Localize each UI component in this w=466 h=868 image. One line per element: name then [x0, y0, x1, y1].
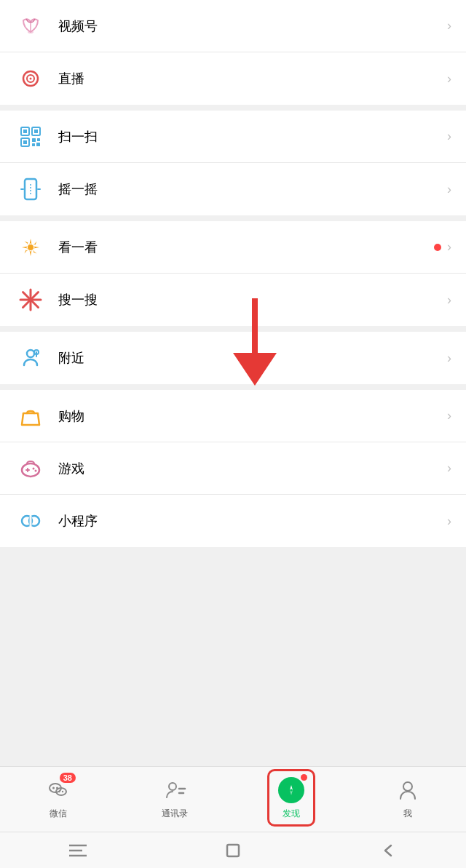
me-nav-label: 我 [403, 808, 412, 820]
discover-icon [283, 782, 299, 798]
me-icon [396, 779, 419, 802]
menu-group-2: 扫一扫 › 摇一摇 › [0, 111, 466, 215]
chevron-icon-live: › [447, 71, 451, 87]
chevron-icon-games: › [447, 461, 451, 476]
discover-nav-icon-wrap [277, 776, 306, 805]
svg-rect-9 [23, 140, 27, 144]
svg-point-37 [52, 787, 55, 789]
chevron-icon-shake: › [447, 182, 451, 197]
menu-item-scan[interactable]: 扫一扫 › [0, 111, 466, 163]
menu-label-search: 搜一搜 [58, 291, 441, 308]
svg-point-41 [62, 791, 63, 792]
svg-point-42 [169, 783, 176, 790]
chevron-icon-shop: › [447, 408, 451, 423]
menu-item-live[interactable]: 直播 › [0, 52, 466, 105]
shake-icon [15, 173, 47, 205]
menu-group-5: 购物 › 游戏 › [0, 390, 466, 547]
chevron-icon-look: › [447, 239, 451, 255]
svg-point-3 [30, 78, 32, 80]
menu-list: 视频号 › 直播 › [0, 0, 466, 766]
svg-point-40 [58, 791, 60, 792]
menu-label-scan: 扫一扫 [58, 128, 441, 146]
svg-rect-7 [34, 130, 38, 133]
discover-notification-dot [301, 774, 307, 781]
games-icon [15, 453, 47, 485]
look-icon [15, 231, 47, 263]
nav-item-me[interactable]: 我 [350, 767, 466, 829]
menu-item-nearby[interactable]: 附近 › [0, 332, 466, 384]
wechat-nav-icon-wrap: 38 [44, 776, 73, 805]
contacts-nav-label: 通讯录 [162, 808, 188, 820]
discover-nav-label: 发现 [283, 808, 300, 820]
live-icon [15, 63, 47, 95]
look-notification-dot [434, 244, 441, 251]
menu-label-video: 视频号 [58, 17, 441, 35]
contacts-nav-icon-wrap [160, 776, 189, 805]
svg-rect-14 [25, 179, 36, 199]
menu-label-miniprogram: 小程序 [58, 512, 441, 530]
menu-item-video[interactable]: 视频号 › [0, 0, 466, 52]
bottom-nav: 38 微信 通讯录 [0, 766, 466, 832]
menu-item-look[interactable]: 看一看 › [0, 221, 466, 274]
search-icon [15, 284, 47, 316]
menu-label-nearby: 附近 [58, 349, 441, 367]
chevron-icon-miniprogram: › [447, 514, 451, 529]
menu-item-miniprogram[interactable]: 小程序 › [0, 495, 466, 547]
menu-label-shop: 购物 [58, 407, 441, 425]
svg-rect-13 [36, 143, 40, 146]
menu-item-search[interactable]: 搜一搜 › [0, 274, 466, 326]
nav-item-wechat[interactable]: 38 微信 [0, 767, 116, 829]
discover-icon-circle [278, 777, 304, 803]
wechat-nav-label: 微信 [50, 808, 67, 820]
me-nav-icon-wrap [393, 776, 422, 805]
svg-point-26 [22, 463, 39, 477]
discover-highlight-box: 发现 [267, 769, 315, 827]
menu-group-4: 附近 › [0, 332, 466, 384]
svg-point-0 [28, 31, 33, 33]
nav-item-contacts[interactable]: 通讯录 [116, 767, 233, 829]
svg-point-30 [35, 469, 37, 471]
android-back-button[interactable] [374, 840, 403, 861]
menu-label-games: 游戏 [58, 460, 441, 477]
svg-point-18 [28, 244, 33, 250]
svg-rect-5 [23, 130, 27, 133]
menu-label-live: 直播 [58, 70, 441, 87]
android-menu-button[interactable] [63, 840, 92, 861]
nav-item-discover[interactable]: 发现 [233, 767, 350, 829]
chevron-icon-search: › [447, 292, 451, 308]
android-home-button[interactable] [218, 840, 248, 861]
miniprogram-icon [15, 505, 47, 537]
wechat-badge: 38 [60, 773, 76, 783]
chevron-icon-video: › [447, 18, 451, 33]
svg-rect-12 [32, 143, 35, 146]
scan-icon [15, 121, 47, 153]
svg-rect-52 [227, 845, 239, 856]
menu-label-look: 看一看 [58, 239, 428, 256]
chevron-icon-scan: › [447, 129, 451, 144]
svg-rect-10 [32, 138, 36, 142]
contacts-icon [163, 779, 186, 802]
video-icon [15, 10, 47, 42]
menu-item-games[interactable]: 游戏 › [0, 442, 466, 495]
menu-item-shop[interactable]: 购物 › [0, 390, 466, 442]
menu-label-shake: 摇一摇 [58, 180, 441, 198]
chevron-icon-nearby: › [447, 351, 451, 366]
shop-icon [15, 400, 47, 432]
menu-group-3: 看一看 › 搜一搜 › [0, 221, 466, 326]
menu-group-1: 视频号 › 直播 › [0, 0, 466, 105]
svg-point-23 [27, 350, 34, 357]
svg-point-48 [403, 782, 412, 791]
svg-rect-11 [37, 138, 40, 141]
nearby-icon [15, 342, 47, 374]
android-nav-bar [0, 832, 466, 868]
menu-item-shake[interactable]: 摇一摇 › [0, 163, 466, 215]
svg-point-29 [33, 467, 35, 469]
